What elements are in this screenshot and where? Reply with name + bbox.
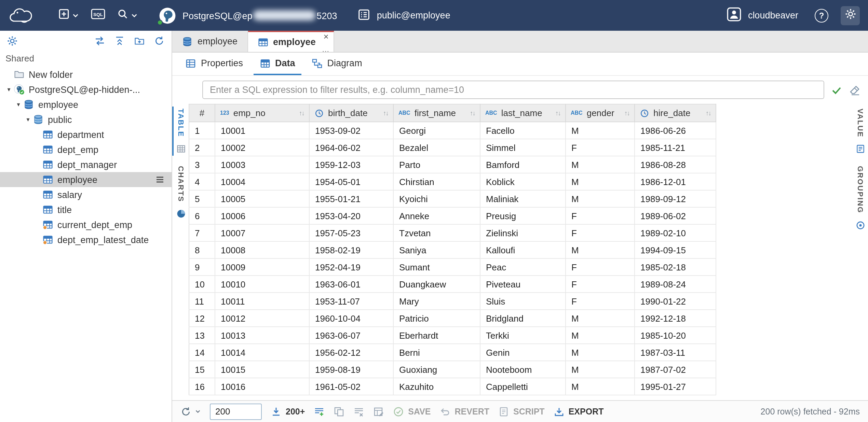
row-number[interactable]: 9 xyxy=(189,258,215,276)
cell[interactable]: 10008 xyxy=(215,241,309,258)
filter-input[interactable] xyxy=(202,81,824,99)
cell[interactable]: 10015 xyxy=(215,361,309,378)
presentation-tab-table[interactable]: TABLE xyxy=(172,107,189,156)
cell[interactable]: 1985-02-18 xyxy=(635,258,716,276)
row-number[interactable]: 7 xyxy=(189,224,215,241)
cell[interactable]: 1953-04-20 xyxy=(309,207,393,224)
cell[interactable]: Facello xyxy=(480,122,566,139)
expand-arrow-icon[interactable]: ▾ xyxy=(14,101,23,108)
cell[interactable]: M xyxy=(566,190,635,207)
cell[interactable]: 10014 xyxy=(215,344,309,361)
tree-item-employee[interactable]: ▾employee xyxy=(0,97,172,112)
cell[interactable]: Sumant xyxy=(393,258,480,276)
cell[interactable]: Chirstian xyxy=(393,173,480,190)
settings-button[interactable] xyxy=(841,6,860,25)
cell[interactable]: Parto xyxy=(393,156,480,173)
tree-item-department[interactable]: department xyxy=(0,127,172,142)
cell[interactable]: M xyxy=(566,361,635,378)
cell[interactable]: 1995-01-27 xyxy=(635,378,716,395)
cell[interactable]: M xyxy=(566,122,635,139)
cell[interactable]: Preusig xyxy=(480,207,566,224)
delete-row-button[interactable] xyxy=(353,406,364,417)
presentation-tab-charts[interactable]: CHARTS xyxy=(172,164,189,221)
cell[interactable]: Peac xyxy=(480,258,566,276)
cell[interactable]: Patricio xyxy=(393,310,480,327)
tree-item-new-folder[interactable]: New folder xyxy=(0,67,172,82)
cell[interactable]: 1985-10-20 xyxy=(635,327,716,344)
close-tab-icon[interactable]: × xyxy=(323,32,328,42)
tree-item-dept_manager[interactable]: dept_manager xyxy=(0,157,172,172)
cell[interactable]: 1987-07-02 xyxy=(635,361,716,378)
row-number[interactable]: 15 xyxy=(189,361,215,378)
cell[interactable]: 10003 xyxy=(215,156,309,173)
row-number[interactable]: 12 xyxy=(189,310,215,327)
apply-filter-check-icon[interactable] xyxy=(830,84,843,96)
row-number-header[interactable]: # xyxy=(189,104,215,122)
sort-icon[interactable]: ↑↓ xyxy=(624,109,629,117)
cell[interactable]: 1990-01-22 xyxy=(635,293,716,310)
cell[interactable]: Georgi xyxy=(393,122,480,139)
cell[interactable]: M xyxy=(566,173,635,190)
help-button[interactable]: ? xyxy=(815,9,828,22)
tree-item-current_dept_emp[interactable]: current_dept_emp xyxy=(0,217,172,232)
clear-filter-eraser-icon[interactable] xyxy=(849,84,861,96)
editor-tab-employee[interactable]: employee xyxy=(172,31,248,52)
row-number[interactable]: 4 xyxy=(189,173,215,190)
collapse-all-icon[interactable] xyxy=(114,36,125,46)
row-number[interactable]: 6 xyxy=(189,207,215,224)
revert-button[interactable]: REVERT xyxy=(440,406,489,417)
new-object-button[interactable] xyxy=(58,8,79,23)
cell[interactable]: 1986-06-26 xyxy=(635,122,716,139)
row-number[interactable]: 14 xyxy=(189,344,215,361)
cell[interactable]: 1985-11-21 xyxy=(635,139,716,156)
add-row-button[interactable] xyxy=(314,406,325,417)
cell[interactable]: M xyxy=(566,310,635,327)
cell[interactable]: Maliniak xyxy=(480,190,566,207)
cell[interactable]: 10001 xyxy=(215,122,309,139)
cell[interactable]: 1957-05-23 xyxy=(309,224,393,241)
tab-overflow-icon[interactable]: … xyxy=(322,45,329,53)
cell[interactable]: Mary xyxy=(393,293,480,310)
export-button[interactable]: EXPORT xyxy=(554,406,604,417)
row-number[interactable]: 8 xyxy=(189,241,215,258)
cell[interactable]: Piveteau xyxy=(480,276,566,293)
column-header-gender[interactable]: ABCgender↑↓ xyxy=(566,104,635,122)
cell[interactable]: 1964-06-02 xyxy=(309,139,393,156)
presentation-tab-grouping[interactable]: GROUPING xyxy=(852,164,868,232)
cell[interactable]: Kyoichi xyxy=(393,190,480,207)
schema-selector[interactable]: public@employee xyxy=(358,8,450,23)
sort-icon[interactable]: ↑↓ xyxy=(706,109,711,117)
cell[interactable]: Zielinski xyxy=(480,224,566,241)
cell[interactable]: Duangkaew xyxy=(393,276,480,293)
cell[interactable]: 1959-08-19 xyxy=(309,361,393,378)
cell[interactable]: 1963-06-01 xyxy=(309,276,393,293)
cell[interactable]: 1958-02-19 xyxy=(309,241,393,258)
cell[interactable]: Saniya xyxy=(393,241,480,258)
cell[interactable]: F xyxy=(566,293,635,310)
cell[interactable]: 10005 xyxy=(215,190,309,207)
cell[interactable]: Sluis xyxy=(480,293,566,310)
tree-item-postgresql-ep-hidden--[interactable]: ▾PostgreSQL@ep-hidden-... xyxy=(0,82,172,97)
cell[interactable]: 1959-12-03 xyxy=(309,156,393,173)
cell[interactable]: M xyxy=(566,327,635,344)
cell[interactable]: 10004 xyxy=(215,173,309,190)
cell[interactable]: Simmel xyxy=(480,139,566,156)
subtab-properties[interactable]: Properties xyxy=(179,53,249,75)
tree-item-employee[interactable]: employee xyxy=(0,172,172,187)
cell[interactable]: 10010 xyxy=(215,276,309,293)
cell[interactable]: Koblick xyxy=(480,173,566,190)
link-with-editor-icon[interactable] xyxy=(94,36,105,46)
cell[interactable]: 1986-12-01 xyxy=(635,173,716,190)
cell[interactable]: Bezalel xyxy=(393,139,480,156)
row-number[interactable]: 11 xyxy=(189,293,215,310)
cell[interactable]: F xyxy=(566,276,635,293)
cell[interactable]: 1956-02-12 xyxy=(309,344,393,361)
cell[interactable]: 1963-06-07 xyxy=(309,327,393,344)
row-limit-input[interactable] xyxy=(210,403,262,420)
row-number[interactable]: 3 xyxy=(189,156,215,173)
tree-item-dept_emp[interactable]: dept_emp xyxy=(0,142,172,157)
row-number[interactable]: 10 xyxy=(189,276,215,293)
cell[interactable]: M xyxy=(566,344,635,361)
column-header-birth_date[interactable]: birth_date↑↓ xyxy=(309,104,393,122)
editor-tab-employee[interactable]: employee×… xyxy=(248,31,334,52)
